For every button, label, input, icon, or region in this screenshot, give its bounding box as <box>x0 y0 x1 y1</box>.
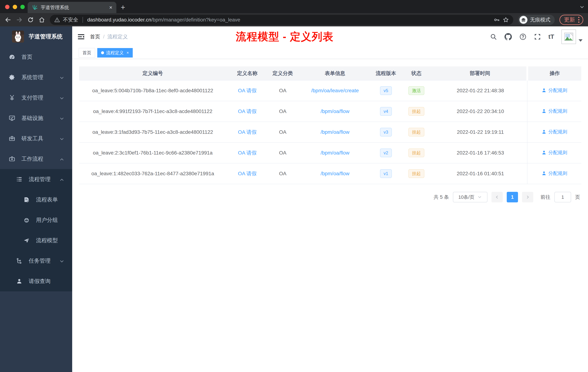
form-link[interactable]: /bpm/oa/flow <box>321 150 349 156</box>
definition-name-link[interactable]: OA 请假 <box>238 129 257 135</box>
font-size-icon[interactable]: tT <box>548 33 554 40</box>
breadcrumb-home[interactable]: 首页 <box>90 33 100 40</box>
definition-name-link[interactable]: OA 请假 <box>238 88 257 93</box>
assign-rule-link[interactable]: 分配规则 <box>541 170 567 176</box>
security-label[interactable]: 不安全 <box>63 16 78 23</box>
sidebar-item-dev-tools[interactable]: 研发工具 <box>0 128 72 149</box>
sidebar-item-infrastructure[interactable]: 基础设施 <box>0 108 72 128</box>
prev-page-button[interactable] <box>492 192 503 202</box>
assign-rule-link[interactable]: 分配规则 <box>541 108 567 114</box>
search-icon[interactable] <box>490 33 497 40</box>
sidebar-item-process-model[interactable]: 流程模型 <box>0 230 72 251</box>
hamburger-fold-icon[interactable] <box>77 33 85 41</box>
home-icon[interactable] <box>39 17 45 23</box>
definition-name-link[interactable]: OA 请假 <box>238 171 257 176</box>
goto-page-input[interactable] <box>554 192 571 202</box>
password-key-icon[interactable] <box>494 17 500 23</box>
incognito-label: 无痕模式 <box>530 16 550 23</box>
tag-label: 首页 <box>83 50 91 56</box>
tag-item[interactable]: 首页 <box>79 48 95 57</box>
assign-rule-link[interactable]: 分配规则 <box>541 129 567 135</box>
cell-status: 挂起 <box>399 163 434 184</box>
page-content: 定义编号定义名称定义分类表单信息流程版本状态部署时间操作 oa_leave:5:… <box>72 59 588 372</box>
sidebar-item-leave-query[interactable]: 请假查询 <box>0 271 72 291</box>
list-icon <box>16 176 22 183</box>
sidebar-menu: 首页系统管理支付管理基础设施研发工具工作流程流程管理流程表单用户分组流程模型任务… <box>0 47 72 291</box>
cell-deploy-time: 2022-01-22 21:48:38 <box>434 80 527 101</box>
form-link[interactable]: /bpm/oa/flow <box>321 109 349 114</box>
column-header: 定义分类 <box>268 66 297 80</box>
browser-update-menu-button[interactable]: 更新 <box>559 15 583 25</box>
sidebar-item-label: 基础设施 <box>21 114 43 122</box>
github-icon[interactable] <box>504 33 512 41</box>
reload-icon[interactable] <box>27 17 34 23</box>
cell-form-info: /bpm/oa/leave/create <box>297 80 373 101</box>
definition-name-link[interactable]: OA 请假 <box>238 109 257 114</box>
tag-close-icon[interactable]: × <box>126 50 129 55</box>
cell-definition-name: OA 请假 <box>226 142 268 163</box>
app-title: 芋道管理系统 <box>29 33 63 40</box>
cell-definition-id: oa_leave:4:991f2193-7b7f-11ec-a3c8-acde4… <box>79 101 226 122</box>
cell-version: v5 <box>373 80 399 101</box>
person-icon <box>16 278 22 284</box>
sidebar-item-system[interactable]: 系统管理 <box>0 67 72 88</box>
tag-active[interactable]: 流程定义× <box>97 48 133 57</box>
tab-close-icon[interactable]: × <box>109 4 112 11</box>
version-badge: v2 <box>380 149 392 157</box>
sidebar-item-user-group[interactable]: 用户分组 <box>0 210 72 230</box>
sidebar-item-workflow[interactable]: 工作流程 <box>0 149 72 169</box>
form-link[interactable]: /bpm/oa/leave/create <box>311 88 359 93</box>
next-page-button[interactable] <box>522 192 533 202</box>
sidebar-item-payment[interactable]: 支付管理 <box>0 88 72 108</box>
address-bar[interactable]: 不安全 dashboard.yudao.iocoder.cn/bpm/manag… <box>50 15 513 25</box>
cell-category: OA <box>268 122 297 142</box>
form-link[interactable]: /bpm/oa/flow <box>321 129 349 135</box>
sidebar-logo-row[interactable]: 芋道管理系统 <box>0 26 72 47</box>
cell-definition-id: oa_leave:1:482ec033-762a-11ec-8477-a2380… <box>79 163 226 184</box>
cell-deploy-time: 2022-01-16 17:46:53 <box>434 142 527 163</box>
help-icon[interactable] <box>519 33 526 40</box>
zoom-window-button[interactable] <box>20 5 25 9</box>
column-header: 状态 <box>399 66 434 80</box>
kebab-menu-icon <box>578 17 579 23</box>
tab-search-chevron-icon[interactable] <box>579 4 585 10</box>
pagination: 共 5 条 10条/页 1 前往 页 <box>79 192 580 202</box>
browser-tab[interactable]: 芋道管理系统 × <box>28 2 116 13</box>
fullscreen-icon[interactable] <box>534 33 541 40</box>
minimize-window-button[interactable] <box>13 5 17 9</box>
close-window-button[interactable] <box>5 5 10 9</box>
form-link[interactable]: /bpm/oa/flow <box>321 171 349 176</box>
annotation-title: 流程模型 - 定义列表 <box>236 30 334 44</box>
sidebar-item-label: 工作流程 <box>21 155 43 163</box>
sidebar-item-process-form[interactable]: 流程表单 <box>0 189 72 210</box>
definition-name-link[interactable]: OA 请假 <box>238 150 257 156</box>
cell-form-info: /bpm/oa/flow <box>297 122 373 142</box>
column-header: 部署时间 <box>434 66 527 80</box>
assign-user-icon <box>541 109 546 114</box>
cell-definition-name: OA 请假 <box>226 122 268 142</box>
goto-unit: 页 <box>575 194 580 200</box>
sidebar-item-task-manage[interactable]: 任务管理 <box>0 251 72 271</box>
sidebar-item-home[interactable]: 首页 <box>0 47 72 67</box>
bookmark-star-icon[interactable] <box>503 17 509 23</box>
version-badge: v4 <box>380 107 392 116</box>
sidebar-item-process-manage[interactable]: 流程管理 <box>0 169 72 189</box>
user-group-icon <box>23 217 30 223</box>
avatar-dropdown-caret-icon[interactable] <box>578 39 583 42</box>
assign-rule-label: 分配规则 <box>548 87 567 94</box>
sidebar-item-label: 研发工具 <box>21 135 43 142</box>
assign-rule-link[interactable]: 分配规则 <box>541 149 567 156</box>
back-icon[interactable] <box>5 17 11 23</box>
new-tab-button[interactable]: + <box>121 2 125 12</box>
url-text[interactable]: dashboard.yudao.iocoder.cn/bpm/manager/d… <box>87 17 491 23</box>
assign-rule-label: 分配规则 <box>548 149 567 156</box>
page-size-value: 10条/页 <box>458 194 474 200</box>
cell-form-info: /bpm/oa/flow <box>297 101 373 122</box>
app-logo <box>12 31 24 43</box>
page-number-1[interactable]: 1 <box>507 192 518 202</box>
page-size-select[interactable]: 10条/页 <box>453 192 487 202</box>
assign-rule-link[interactable]: 分配规则 <box>541 87 567 94</box>
avatar[interactable] <box>561 30 576 44</box>
version-badge: v3 <box>380 128 392 137</box>
sidebar-item-label: 流程表单 <box>36 196 58 203</box>
